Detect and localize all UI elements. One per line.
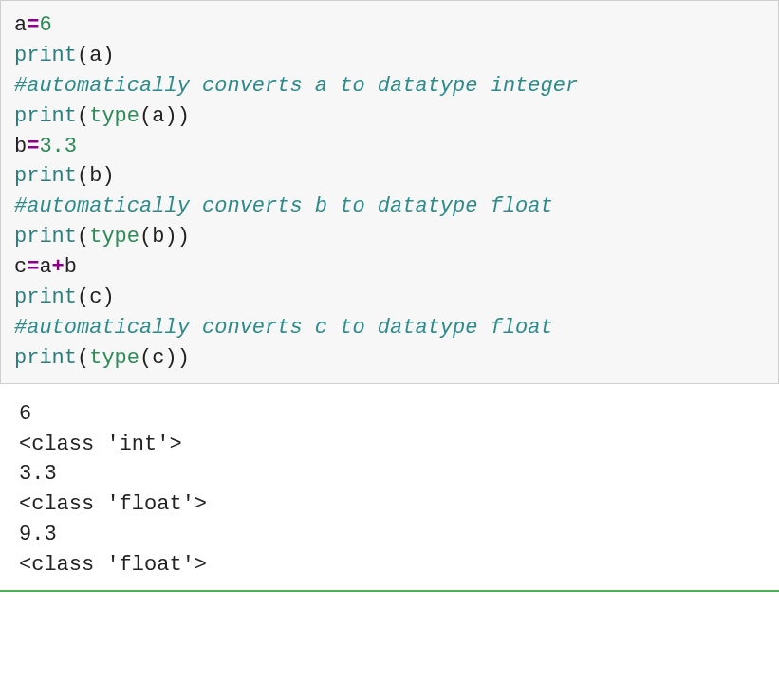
code-token-ident: a: [152, 104, 164, 128]
code-token-paren: ): [164, 104, 176, 128]
code-token-paren: (: [77, 346, 89, 370]
code-token-ident: a: [14, 13, 27, 37]
code-token-func: print: [14, 104, 77, 128]
output-line: 9.3: [19, 520, 766, 550]
code-line: b=3.3: [14, 132, 765, 162]
output-line: 3.3: [19, 459, 766, 489]
code-token-paren: (: [77, 44, 89, 67]
code-token-builtin: type: [89, 225, 139, 249]
code-token-paren: ): [177, 225, 190, 249]
code-token-op: +: [52, 255, 65, 279]
code-token-paren: ): [164, 346, 176, 370]
code-token-func: print: [14, 346, 77, 370]
code-line: #automatically converts b to datatype fl…: [14, 192, 765, 222]
code-token-paren: (: [77, 225, 89, 249]
code-token-ident: a: [89, 44, 102, 67]
code-token-paren: ): [102, 286, 114, 309]
code-token-func: print: [14, 225, 77, 249]
code-token-paren: (: [139, 104, 152, 128]
code-token-ident: a: [39, 255, 51, 279]
code-token-paren: ): [177, 104, 190, 128]
output-line: <class 'float'>: [19, 489, 766, 520]
code-line: print(type(b)): [14, 222, 765, 252]
code-token-paren: (: [139, 225, 152, 249]
code-token-paren: (: [77, 286, 89, 309]
code-token-ident: b: [14, 135, 27, 158]
code-token-ident: c: [14, 255, 27, 279]
code-token-paren: ): [102, 164, 114, 188]
code-token-op: =: [27, 13, 39, 37]
code-input-cell[interactable]: a=6print(a)#automatically converts a to …: [0, 0, 779, 384]
code-line: #automatically converts c to datatype fl…: [14, 313, 765, 343]
code-line: c=a+b: [14, 252, 765, 283]
code-line: print(c): [14, 283, 765, 313]
code-token-func: print: [14, 286, 77, 309]
code-line: print(b): [14, 161, 765, 192]
code-token-op: =: [27, 255, 39, 279]
code-token-num: 3.3: [39, 135, 77, 158]
code-token-ident: b: [65, 255, 77, 279]
code-token-builtin: type: [89, 104, 139, 128]
code-token-func: print: [14, 164, 77, 188]
code-output-cell: 6<class 'int'>3.3<class 'float'>9.3<clas…: [0, 384, 779, 592]
output-line: <class 'float'>: [19, 550, 766, 580]
code-token-num: 6: [39, 13, 51, 37]
code-line: #automatically converts a to datatype in…: [14, 71, 765, 101]
code-token-builtin: type: [89, 346, 139, 370]
code-token-paren: (: [77, 104, 89, 128]
code-token-ident: b: [152, 225, 164, 249]
code-token-comment: #automatically converts c to datatype fl…: [14, 316, 553, 340]
code-token-paren: (: [77, 164, 89, 188]
code-token-func: print: [14, 44, 77, 67]
code-line: print(type(c)): [14, 343, 765, 374]
code-line: print(type(a)): [14, 101, 765, 132]
code-token-op: =: [27, 135, 39, 158]
code-token-ident: c: [152, 346, 164, 370]
code-line: a=6: [14, 10, 765, 41]
output-line: 6: [19, 399, 766, 430]
code-token-paren: (: [139, 346, 152, 370]
code-token-paren: ): [102, 44, 114, 67]
code-token-ident: b: [89, 164, 102, 188]
code-token-comment: #automatically converts b to datatype fl…: [14, 194, 553, 218]
code-token-paren: ): [177, 346, 190, 370]
output-line: <class 'int'>: [19, 430, 766, 460]
code-token-ident: c: [89, 286, 102, 309]
code-token-paren: ): [164, 225, 176, 249]
code-line: print(a): [14, 41, 765, 71]
code-token-comment: #automatically converts a to datatype in…: [14, 74, 578, 98]
